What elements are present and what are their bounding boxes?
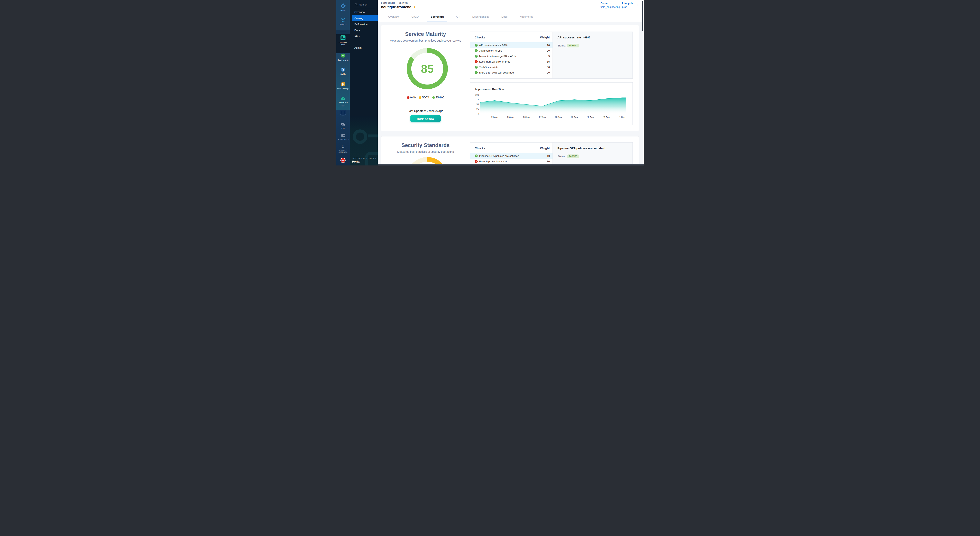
favorite-star-icon[interactable]: ★	[413, 5, 416, 9]
sidebar-nav-item[interactable]: Catalog	[352, 15, 378, 21]
security-gauge	[407, 157, 448, 164]
dashboards-icon	[341, 134, 345, 138]
improvement-chart-panel: Improvement Over Time 1007550250 24 Aug2…	[470, 82, 633, 125]
check-weight: 30	[547, 160, 550, 163]
tab-label: API	[456, 15, 460, 18]
check-status-icon	[475, 60, 478, 63]
tab[interactable]: Docs	[498, 11, 511, 22]
check-label: API success rate > 99%	[479, 44, 547, 47]
sidebar-item-help[interactable]: ? HELP	[336, 123, 350, 129]
search-label: Search	[359, 3, 367, 6]
sidebar-item-home[interactable]: Home	[336, 3, 350, 11]
sidebar-item-projects[interactable]: Projects	[336, 17, 350, 25]
security-summary-column: Security Standards Measures best practic…	[381, 137, 470, 153]
tab[interactable]: API	[452, 11, 464, 22]
check-row[interactable]: Pipeline OPA policies are satisfied 10	[470, 153, 552, 159]
y-axis-tick: 25	[473, 108, 479, 110]
sidebar-item-feature-flags[interactable]: Feature Flags	[336, 81, 350, 90]
app-window: Home Projects Developer Portal ∞ Deploym…	[336, 0, 644, 165]
x-axis-tick: 27 Aug	[539, 116, 546, 118]
check-label: Mean time to merge PR < 48 hr	[479, 55, 548, 58]
tab-label: Docs	[501, 15, 508, 18]
sidebar-item-deployments[interactable]: ∞ Deployments	[336, 53, 350, 61]
rerun-checks-button[interactable]: Rerun Checks	[410, 115, 441, 122]
tab[interactable]: Kubernetes	[516, 11, 537, 22]
tab-label: Scorecard	[431, 15, 444, 18]
sidebar-nav-item[interactable]: Overview	[350, 9, 378, 15]
scorecard-subtitle: Measures development best practices agai…	[381, 39, 470, 42]
sidebar-nav-item-label: APIs	[354, 35, 360, 38]
sidebar-nav-item[interactable]: Admin	[350, 45, 378, 51]
weight-column-header: Weight	[470, 36, 550, 39]
checks-table: Pipeline OPA policies are satisfied 10 B…	[470, 153, 552, 164]
legend-label: 75-100	[436, 96, 444, 99]
x-axis-tick: 28 Aug	[555, 116, 562, 118]
active-tab-underline	[427, 22, 447, 22]
check-row[interactable]: TechDocs exists 30	[470, 64, 552, 70]
brand-small-label: INTERNAL DEVELOPER	[352, 157, 376, 159]
legend-dot	[407, 96, 409, 99]
sidebar-item-account-settings[interactable]: ⚙ ACCOUNT SETTINGS	[336, 145, 350, 153]
check-detail-panel: Pipeline OPA policies are satisfied Stat…	[552, 143, 633, 164]
checks-table: API success rate > 99% 10 Java version i…	[470, 42, 552, 75]
chart-title: Improvement Over Time	[475, 87, 504, 91]
sidebar-item-cloud-costs[interactable]: $ Cloud Costs	[336, 95, 350, 103]
tab[interactable]: Dependencies	[469, 11, 493, 22]
check-status-icon	[475, 66, 478, 68]
sidebar-search[interactable]: Search	[350, 2, 378, 8]
more-options-kebab-icon[interactable]	[636, 3, 640, 8]
breadcrumb: COMPONENT — SERVICE	[381, 2, 408, 4]
tab[interactable]: Scorecard	[427, 11, 447, 22]
x-axis-tick: 1 Sep	[619, 116, 625, 118]
check-status-icon	[475, 71, 478, 74]
tab-label: Overview	[388, 15, 399, 18]
check-row[interactable]: More than 70% test coverage 20	[470, 70, 552, 75]
rail-divider	[340, 31, 346, 31]
x-axis-tick: 25 Aug	[507, 116, 514, 118]
owner-value-link[interactable]: field_engineering	[601, 5, 620, 8]
check-weight: 10	[547, 154, 550, 157]
sidebar-item-label: HELP	[336, 127, 350, 129]
sidebar-nav-item[interactable]: APIs	[350, 33, 378, 40]
deployments-icon: ∞	[340, 53, 346, 58]
check-row[interactable]: Mean time to merge PR < 48 hr 5	[470, 53, 552, 59]
legend-item: 75-100	[433, 96, 444, 99]
module-picker-button[interactable]	[340, 110, 346, 116]
sidebar-item-builds[interactable]: Builds	[336, 67, 350, 75]
vertical-scrollbar-thumb[interactable]	[642, 1, 643, 31]
sidebar-item-developer-portal[interactable]: Developer Portal	[336, 35, 350, 46]
home-icon	[340, 3, 346, 8]
check-row[interactable]: Java version is LTS 20	[470, 48, 552, 53]
x-axis-tick: 26 Aug	[523, 116, 530, 118]
legend-label: 50-74	[422, 96, 429, 99]
legend-dot	[419, 96, 422, 99]
check-label: Pipeline OPA policies are satisfied	[479, 154, 547, 157]
legend-item: 0-49	[407, 96, 416, 99]
rail-section-bg	[336, 30, 350, 34]
tab[interactable]: CI/CD	[408, 11, 422, 22]
gear-icon: ⚙	[336, 145, 350, 149]
status-label: Status:	[557, 44, 566, 47]
developer-portal-icon	[340, 35, 346, 41]
check-status-icon	[475, 160, 478, 163]
chevron-down-icon[interactable]	[341, 105, 345, 107]
help-icon: ?	[341, 123, 345, 127]
check-row[interactable]: API success rate > 99% 10	[470, 42, 552, 48]
tab[interactable]: Overview	[385, 11, 403, 22]
x-axis-tick: 24 Aug	[492, 116, 498, 118]
user-avatar[interactable]: HM	[340, 158, 345, 163]
sidebar-item-label: Developer Portal	[336, 41, 350, 46]
check-row[interactable]: Branch protection is set 30	[470, 159, 552, 164]
sidebar-item-label: Projects	[336, 23, 350, 25]
horizontal-scrollbar[interactable]	[378, 164, 644, 165]
sidebar-nav-item[interactable]: Docs	[350, 27, 378, 33]
sidebar-nav-item[interactable]: Self service	[350, 21, 378, 27]
check-detail-panel: API success rate > 99% Status: PASSED	[552, 32, 633, 78]
lifecycle-meta: Lifecycle prod	[622, 2, 633, 8]
check-row[interactable]: Less than 1% error in prod 15	[470, 59, 552, 64]
sidebar-nav-item-label: Overview	[354, 11, 365, 14]
status-badge: PASSED	[568, 44, 579, 48]
sidebar-item-dashboards[interactable]: DASHBOARDS	[336, 134, 350, 140]
brand-label: Portal	[352, 160, 376, 163]
module-rail: Home Projects Developer Portal ∞ Deploym…	[336, 0, 350, 165]
